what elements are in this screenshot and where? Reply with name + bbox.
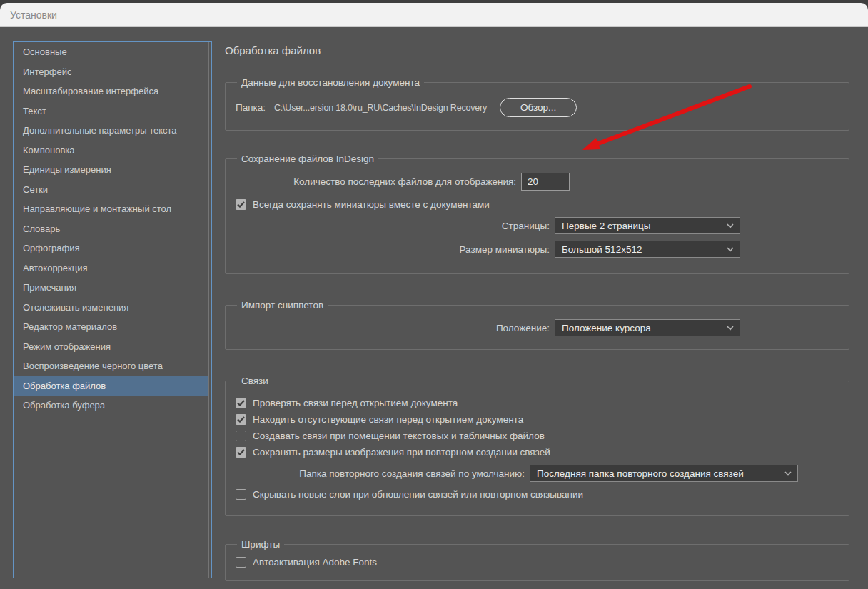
recovery-group-legend: Данные для восстановления документа <box>237 77 424 88</box>
snippet-import-group: Импорт сниппетов Положение: Положение ку… <box>225 300 849 350</box>
browse-button[interactable]: Обзор... <box>500 98 577 117</box>
sidebar-item-notes[interactable]: Примечания <box>14 278 208 298</box>
thumb-size-label: Размер миниатюры: <box>236 244 555 255</box>
saving-group-legend: Сохранение файлов InDesign <box>237 153 378 164</box>
check-links-checkbox[interactable] <box>236 398 246 408</box>
pages-label: Страницы: <box>236 221 555 231</box>
fonts-group-legend: Шрифты <box>237 539 284 550</box>
sidebar-item-dictionary[interactable]: Словарь <box>14 219 208 239</box>
pages-dropdown-value: Первые 2 страницы <box>562 221 651 231</box>
find-missing-links-label: Находить отсутствующие связи перед откры… <box>253 414 523 425</box>
sidebar-item-autocorrect[interactable]: Автокоррекция <box>14 258 208 278</box>
check-links-row: Проверять связи перед открытием документ… <box>236 398 839 408</box>
chevron-down-icon <box>727 223 734 228</box>
sidebar-item-black-appearance[interactable]: Воспроизведение черного цвета <box>14 356 208 376</box>
sidebar-item-units[interactable]: Единицы измерения <box>14 160 208 180</box>
relink-folder-dropdown[interactable]: Последняя папка повторного создания связ… <box>530 465 798 482</box>
snippet-import-legend: Импорт сниппетов <box>237 300 328 311</box>
adobe-fonts-row: Автоактивация Adobe Fonts <box>236 557 839 568</box>
chevron-down-icon <box>727 247 734 252</box>
relink-folder-dropdown-value: Последняя папка повторного создания связ… <box>537 468 744 479</box>
recovery-group: Данные для восстановления документа Папк… <box>225 77 849 131</box>
find-missing-links-row: Находить отсутствующие связи перед откры… <box>236 414 839 425</box>
sidebar-item-composition[interactable]: Компоновка <box>14 141 208 161</box>
create-links-row: Создавать связи при помещении текстовых … <box>236 431 839 441</box>
chevron-down-icon <box>727 326 734 331</box>
chevron-down-icon <box>784 471 792 476</box>
sidebar-item-ui-scaling[interactable]: Масштабирование интерфейса <box>14 81 208 101</box>
recent-files-label: Количество последних файлов для отображе… <box>236 176 521 187</box>
preferences-dialog: Установки Основные Интерфейс Масштабиров… <box>0 3 868 589</box>
dialog-title: Установки <box>10 9 57 21</box>
snippet-position-label: Положение: <box>236 323 555 333</box>
preserve-dimensions-checkbox[interactable] <box>236 447 246 458</box>
thumbnails-checkbox-label: Всегда сохранять миниатюры вместе с доку… <box>253 199 490 210</box>
snippet-position-dropdown[interactable]: Положение курсора <box>555 319 740 336</box>
create-links-checkbox[interactable] <box>236 431 246 441</box>
recovery-folder-label: Папка: <box>236 102 266 113</box>
snippet-position-dropdown-value: Положение курсора <box>562 323 651 333</box>
create-links-label: Создавать связи при помещении текстовых … <box>253 431 545 441</box>
thumb-size-dropdown-value: Большой 512x512 <box>562 244 642 255</box>
pages-dropdown[interactable]: Первые 2 страницы <box>555 217 740 234</box>
sidebar-item-file-handling[interactable]: Обработка файлов <box>14 376 208 396</box>
find-missing-links-checkbox[interactable] <box>236 414 246 425</box>
sidebar-item-grids[interactable]: Сетки <box>14 180 208 200</box>
check-icon <box>237 449 245 455</box>
check-icon <box>237 400 245 406</box>
sidebar-item-track-changes[interactable]: Отслеживать изменения <box>14 298 208 318</box>
preserve-dimensions-label: Сохранять размеры изображения при повтор… <box>253 447 550 458</box>
page-title: Обработка файлов <box>225 44 849 66</box>
recovery-folder-path: C:\User...ersion 18.0\ru_RU\Caches\InDes… <box>274 103 487 113</box>
saving-group: Сохранение файлов InDesign Количество по… <box>225 153 849 274</box>
file-handling-panel: Обработка файлов Данные для восстановлен… <box>225 27 849 581</box>
adobe-fonts-label: Автоактивация Adobe Fonts <box>253 557 377 568</box>
sidebar-item-guides-pasteboard[interactable]: Направляющие и монтажный стол <box>14 199 208 219</box>
preferences-category-list: Основные Интерфейс Масштабирование интер… <box>13 41 212 578</box>
titlebar: Установки <box>0 3 868 27</box>
check-icon <box>237 201 245 208</box>
fonts-group: Шрифты Автоактивация Adobe Fonts <box>225 539 849 581</box>
links-group: Связи Проверять связи перед открытием до… <box>225 376 849 516</box>
links-group-legend: Связи <box>237 376 273 386</box>
thumbnails-checkbox[interactable] <box>236 199 246 210</box>
sidebar-item-advanced-type[interactable]: Дополнительные параметры текста <box>14 121 208 141</box>
sidebar-item-story-editor[interactable]: Редактор материалов <box>14 317 208 337</box>
sidebar-item-spelling[interactable]: Орфография <box>14 238 208 258</box>
check-links-label: Проверять связи перед открытием документ… <box>253 398 458 408</box>
sidebar-item-type[interactable]: Текст <box>14 101 208 121</box>
thumbnails-checkbox-row: Всегда сохранять миниатюры вместе с доку… <box>236 199 839 210</box>
sidebar-item-interface[interactable]: Интерфейс <box>14 62 208 82</box>
dialog-body: Основные Интерфейс Масштабирование интер… <box>0 27 868 588</box>
preserve-dimensions-row: Сохранять размеры изображения при повтор… <box>236 447 839 458</box>
sidebar-item-clipboard-handling[interactable]: Обработка буфера <box>14 396 208 416</box>
adobe-fonts-checkbox[interactable] <box>236 557 246 568</box>
sidebar-item-display-performance[interactable]: Режим отображения <box>14 337 208 357</box>
check-icon <box>237 416 245 423</box>
relink-folder-label: Папка повторного создания связей по умол… <box>236 468 530 479</box>
recent-files-input[interactable] <box>521 173 570 191</box>
hide-new-layers-row: Скрывать новые слои при обновлении связе… <box>236 489 839 500</box>
sidebar-scroll-gutter <box>208 42 209 578</box>
hide-new-layers-checkbox[interactable] <box>236 489 246 500</box>
sidebar-item-general[interactable]: Основные <box>14 42 208 62</box>
thumb-size-dropdown[interactable]: Большой 512x512 <box>555 241 740 258</box>
hide-new-layers-label: Скрывать новые слои при обновлении связе… <box>253 489 583 500</box>
